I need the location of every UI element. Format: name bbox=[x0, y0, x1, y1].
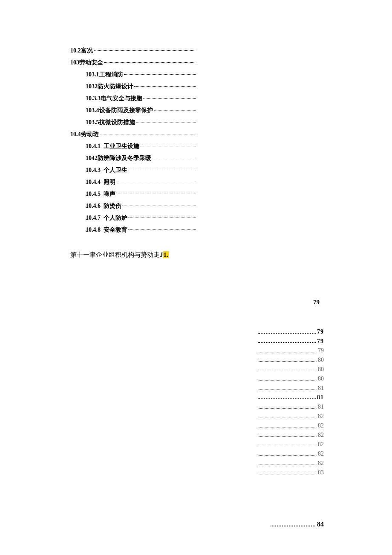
leader-dots bbox=[258, 377, 317, 381]
toc-entry: 103.5抗微设防措施 bbox=[86, 119, 337, 126]
chapter-suffix: J bbox=[160, 251, 163, 258]
page-ref-row: 82 bbox=[258, 450, 324, 457]
page-ref-row: 81 bbox=[258, 404, 324, 410]
leader-dots bbox=[136, 119, 196, 122]
toc-label: 10.2富况 bbox=[70, 47, 93, 55]
toc-entry: 10.4.4 照明 bbox=[86, 178, 337, 186]
leader-dots bbox=[116, 190, 196, 194]
toc-label: 10.4.4 照明 bbox=[86, 178, 115, 186]
page-ref-row: 81 bbox=[258, 385, 324, 392]
toc-entry: 10.2富况 bbox=[70, 47, 337, 55]
page-ref-row: 82 bbox=[258, 441, 324, 448]
page-number: 81 bbox=[318, 404, 324, 410]
leader-dots bbox=[258, 339, 316, 343]
leader-dots bbox=[154, 107, 196, 110]
page-ref-row: 83 bbox=[258, 469, 324, 476]
page-number: 82 bbox=[318, 450, 324, 457]
toc-label: 10.4.6 防烫伤 bbox=[86, 202, 121, 210]
leader-dots bbox=[258, 349, 317, 352]
page-ref-row: 79 bbox=[258, 328, 324, 335]
toc-entry: 1032防火防爆设计 bbox=[86, 83, 337, 90]
page-number: 82 bbox=[318, 422, 324, 429]
document-page: 10.2富况103劳动安全103.1工程消防1032防火防爆设计10.3.3电气… bbox=[0, 0, 392, 259]
toc-label: 10.4.3 个人卫生 bbox=[86, 166, 127, 174]
page-number: 79 bbox=[317, 338, 324, 345]
leader-dots bbox=[128, 166, 196, 170]
leader-dots bbox=[258, 461, 317, 465]
page-number: 81 bbox=[318, 385, 324, 392]
page-number: 83 bbox=[318, 469, 324, 476]
toc-label: 10.3.3电气安全与接胞 bbox=[86, 95, 142, 102]
leader-dots bbox=[104, 59, 195, 63]
page-number: 84 bbox=[317, 520, 324, 528]
toc-entry: 10.4.6 防烫伤 bbox=[86, 202, 337, 210]
leader-dots bbox=[122, 202, 196, 206]
leader-dots bbox=[152, 154, 196, 158]
chapter-highlight: 1. bbox=[163, 251, 169, 258]
toc-label: 10.4劳动琏 bbox=[70, 131, 99, 138]
leader-dots bbox=[143, 95, 196, 99]
toc-label: 103劳动安全 bbox=[70, 59, 103, 67]
toc-upper: 10.2富况103劳动安全103.1工程消防1032防火防爆设计10.3.3电气… bbox=[70, 47, 337, 234]
toc-entry: 10.4.3 个人卫生 bbox=[86, 166, 337, 174]
toc-label: 1042防辨降涉及冬季采暖 bbox=[86, 154, 151, 162]
page-number: 82 bbox=[318, 432, 324, 439]
page-number: 79 bbox=[318, 347, 324, 354]
toc-entry: 10.4.5 噪声 bbox=[86, 190, 337, 198]
leader-dots bbox=[258, 442, 317, 446]
toc-label: 103.1工程消防 bbox=[86, 71, 123, 78]
leader-dots bbox=[100, 131, 196, 134]
toc-entry: 10.4.7 个人防妒 bbox=[86, 214, 337, 222]
page-number: 82 bbox=[318, 460, 324, 467]
toc-label: 1032防火防爆设计 bbox=[86, 83, 133, 90]
leader-dots bbox=[271, 521, 315, 526]
page-ref-row: 81 bbox=[258, 394, 324, 401]
toc-entry: 10.3.3电气安全与接胞 bbox=[86, 95, 337, 102]
right-page-list: 79 79 79 80 80 80 81 81 81 82 82 82 82 8… bbox=[258, 328, 324, 479]
page-ref-row: 80 bbox=[258, 375, 324, 382]
toc-label: 10.4.7 个人防妒 bbox=[86, 214, 127, 222]
toc-entry: 10.4.1 工业卫生设施 bbox=[86, 142, 337, 150]
toc-label: 10.4.1 工业卫生设施 bbox=[86, 142, 139, 150]
toc-entry: 10.4劳动琏 bbox=[70, 131, 337, 138]
leader-dots bbox=[124, 71, 196, 75]
page-number: 80 bbox=[318, 357, 324, 363]
leader-dots bbox=[258, 414, 317, 418]
page-ref-row: 82 bbox=[258, 432, 324, 439]
chapter-prefix: 第十一聿企业组积机构与势动走 bbox=[70, 251, 160, 258]
leader-dots bbox=[140, 142, 196, 146]
bottom-page-entry: 84 bbox=[271, 520, 324, 528]
toc-entry: 103.1工程消防 bbox=[86, 71, 337, 78]
leader-dots bbox=[134, 83, 196, 87]
leader-dots bbox=[258, 424, 317, 427]
leader-dots bbox=[258, 433, 317, 437]
page-ref-row: 80 bbox=[258, 366, 324, 373]
toc-label: 10.4.8 安全教育 bbox=[86, 226, 127, 234]
page-ref-row: 82 bbox=[258, 413, 324, 420]
page-number: 81 bbox=[317, 394, 324, 401]
leader-dots bbox=[116, 178, 196, 182]
toc-entry: 103.4设备防雨及接零保护 bbox=[86, 107, 337, 114]
page-number: 80 bbox=[318, 366, 324, 373]
page-number: 79 bbox=[317, 328, 324, 335]
leader-dots bbox=[258, 452, 317, 456]
toc-label: 10.4.5 噪声 bbox=[86, 190, 115, 198]
page-number: 82 bbox=[318, 441, 324, 448]
leader-dots bbox=[258, 471, 317, 474]
leader-dots bbox=[258, 386, 317, 390]
leader-dots bbox=[128, 226, 196, 230]
page-number: 80 bbox=[318, 375, 324, 382]
page-number: 82 bbox=[318, 413, 324, 420]
page-number-top: 79 bbox=[313, 299, 320, 306]
page-ref-row: 82 bbox=[258, 460, 324, 467]
page-ref-row: 79 bbox=[258, 347, 324, 354]
leader-dots bbox=[128, 214, 196, 218]
leader-dots bbox=[258, 405, 317, 409]
leader-dots bbox=[258, 367, 317, 371]
toc-entry: 1042防辨降涉及冬季采暖 bbox=[86, 154, 337, 162]
toc-label: 103.4设备防雨及接零保护 bbox=[86, 107, 153, 114]
leader-dots bbox=[258, 395, 316, 399]
leader-dots bbox=[94, 47, 196, 51]
page-ref-row: 80 bbox=[258, 357, 324, 363]
page-ref-row: 82 bbox=[258, 422, 324, 429]
